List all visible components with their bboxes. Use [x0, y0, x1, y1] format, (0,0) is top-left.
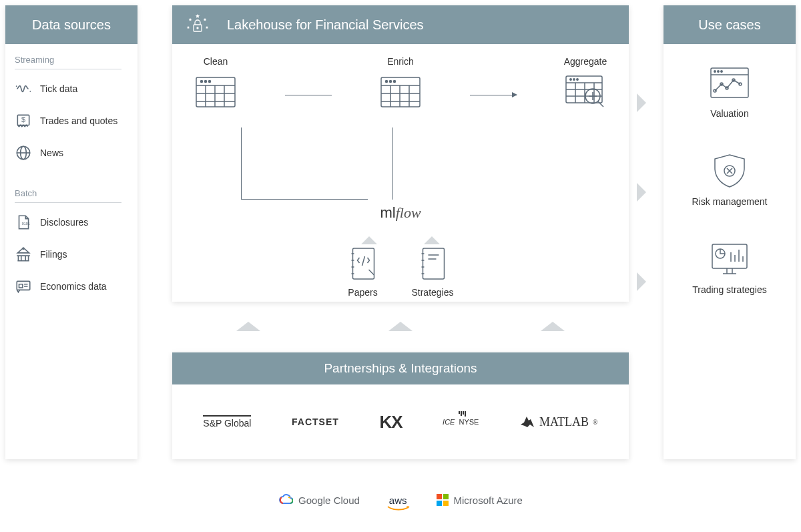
uc-label: Trading strategies: [692, 284, 767, 295]
right-arrows: [637, 93, 646, 291]
divider: [15, 202, 121, 203]
svg-text:$: $: [21, 115, 25, 123]
notebook-code-icon: [347, 246, 378, 282]
arrow-connector: [470, 95, 517, 95]
svg-point-18: [570, 79, 571, 80]
news-card-icon: [15, 278, 32, 295]
divider: [15, 69, 121, 69]
doc-papers: Papers: [347, 246, 378, 298]
svg-rect-39: [443, 501, 449, 506]
svg-point-11: [205, 81, 207, 83]
svg-rect-24: [711, 68, 748, 97]
up-arrows: [361, 236, 440, 244]
svg-rect-38: [437, 501, 442, 506]
svg-rect-36: [437, 494, 442, 499]
stage-label: Clean: [204, 56, 228, 67]
svg-text:0101: 0101: [22, 222, 30, 226]
aws-smile-icon: [386, 505, 411, 513]
partnerships-title: Partnerships & Integrations: [324, 361, 477, 376]
ds-label: Economics data: [40, 281, 107, 292]
arrow-connector: [285, 95, 332, 95]
right-arrow-icon: [637, 93, 646, 112]
use-cases-body: Valuation Risk management Trading strate…: [663, 44, 796, 315]
logo-factset: FACTSET: [292, 417, 339, 427]
ds-item-economics: Economics data: [15, 278, 128, 295]
up-arrow-icon: [388, 322, 413, 331]
bracket-connector: [392, 127, 393, 200]
right-arrow-icon: [637, 272, 646, 291]
cloud-label: aws: [389, 495, 407, 506]
ds-label: Tick data: [40, 83, 77, 94]
doc-label: Strategies: [411, 287, 453, 298]
streaming-title: Streaming: [15, 55, 128, 65]
logo-ice-nyse: ICE NYSE: [443, 418, 479, 426]
uc-label: Valuation: [710, 108, 748, 119]
svg-point-8: [197, 27, 198, 29]
uc-label: Risk management: [692, 196, 768, 207]
uc-valuation: Valuation: [676, 64, 784, 119]
svg-rect-22: [352, 248, 374, 279]
logo-google-cloud: Google Cloud: [278, 494, 360, 506]
lock-stars-icon: [182, 10, 214, 39]
partnerships-body: S&P Global FACTSET KX ICE NYSE MATLAB®: [172, 384, 629, 459]
cloud-providers: Google Cloud aws Microsoft Azure: [0, 494, 801, 506]
svg-point-14: [386, 81, 388, 83]
matlab-icon: [519, 415, 535, 429]
docs-row: Papers Strategies: [347, 246, 453, 298]
right-arrow-icon: [637, 183, 646, 202]
use-cases-title: Use cases: [698, 17, 760, 33]
svg-point-26: [718, 71, 719, 72]
batch-title: Batch: [15, 188, 128, 198]
ds-item-tick-data: Tick data: [15, 80, 128, 97]
up-arrow-icon: [424, 236, 440, 244]
svg-point-27: [721, 71, 722, 72]
svg-point-16: [394, 81, 396, 83]
up-arrow-icon: [361, 236, 377, 244]
ds-item-trades: $ Trades and quotes: [15, 112, 128, 129]
data-sources-header: Data sources: [5, 5, 138, 44]
lakehouse-header: Lakehouse for Financial Services: [172, 5, 629, 44]
cloud-label: Microsoft Azure: [454, 495, 523, 506]
doc-strategies: Strategies: [411, 246, 453, 298]
dashboard-icon: [708, 240, 751, 278]
stage-label: Aggregate: [564, 56, 607, 67]
lakehouse-body: Clean Enrich Aggregate mlflow: [172, 44, 629, 302]
svg-point-10: [201, 81, 203, 83]
logo-azure: Microsoft Azure: [437, 494, 523, 506]
dollar-receipt-icon: $: [15, 112, 32, 129]
logo-sp-global: S&P Global: [203, 415, 251, 429]
data-sources-body: Streaming Tick data $ Trades and quotes …: [5, 44, 138, 320]
google-cloud-icon: [278, 494, 293, 506]
svg-point-20: [577, 79, 578, 80]
doc-label: Papers: [348, 287, 377, 298]
svg-point-5: [23, 248, 24, 249]
stage-enrich: Enrich: [377, 56, 424, 112]
ds-item-news: News: [15, 144, 128, 162]
svg-point-12: [209, 81, 211, 83]
stage-aggregate: Aggregate: [562, 56, 609, 112]
ds-label: Disclosures: [40, 217, 88, 228]
svg-point-25: [714, 71, 716, 72]
use-cases-header: Use cases: [663, 5, 796, 44]
data-sources-title: Data sources: [32, 17, 111, 33]
partnerships-panel: Partnerships & Integrations S&P Global F…: [172, 352, 629, 459]
tick-icon: [15, 80, 32, 97]
globe-icon: [15, 144, 32, 162]
table-icon: [192, 72, 239, 112]
up-arrow-icon: [541, 322, 565, 331]
svg-point-15: [390, 81, 392, 83]
stage-label: Enrich: [387, 56, 414, 67]
mid-up-arrows: [172, 322, 629, 331]
logo-matlab: MATLAB®: [519, 415, 598, 429]
shield-icon: [708, 152, 751, 190]
svg-rect-34: [712, 244, 747, 268]
lakehouse-stages: Clean Enrich Aggregate: [192, 56, 609, 112]
table-icon: [377, 72, 424, 112]
document-icon: 0101: [15, 214, 32, 231]
svg-rect-37: [443, 494, 449, 499]
lakehouse-panel: Lakehouse for Financial Services Clean E…: [172, 5, 629, 302]
use-cases-panel: Use cases Valuation Risk management Trad…: [663, 5, 796, 459]
uc-trading: Trading strategies: [676, 240, 784, 295]
ds-label: Trades and quotes: [40, 115, 117, 126]
mlflow-label: mlflow: [380, 204, 421, 222]
